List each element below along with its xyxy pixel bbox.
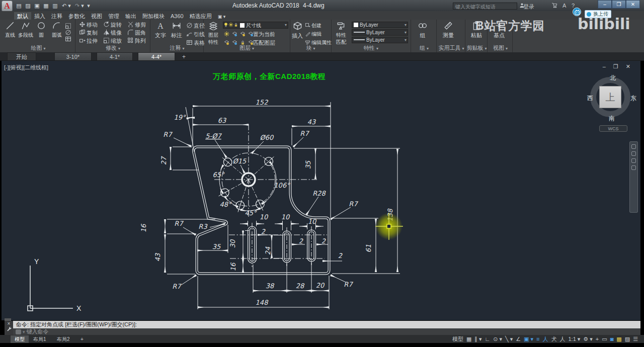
wcs-dropdown[interactable]: WCS [599, 125, 627, 132]
osnap-icon[interactable]: ╲ ▾ [505, 336, 513, 342]
drawing-canvas[interactable]: 152634319°R75-Ø7Ø60R72735Ø1565°106°48°45… [2, 61, 640, 320]
ribbon-button-修剪[interactable]: 修剪 [127, 21, 146, 29]
app-logo-icon[interactable]: A [2, 1, 13, 12]
ribbon-button-阵列[interactable]: 阵列 [127, 37, 146, 45]
panel-label[interactable]: 修改 ▾ [76, 44, 150, 52]
view-cube-east[interactable]: 东 [630, 94, 636, 103]
workspace-gear-icon[interactable]: ⚙ ▾ [583, 336, 592, 342]
panel-label[interactable]: 视图 ▾ [489, 44, 512, 52]
navbar-zoom-icon[interactable] [631, 151, 636, 156]
layer-icons-row1[interactable] [224, 31, 255, 37]
panel-label[interactable]: 实用工具 ▾ [438, 44, 465, 52]
view-cube-south[interactable]: 南 [609, 114, 615, 123]
qat-saveas-icon[interactable]: ▦ [42, 2, 50, 9]
qat-save-icon[interactable]: ▣ [33, 2, 41, 9]
status-icons[interactable]: 模型▦∥ ▾∟⊙ ▾╲ ▾∠▣ ▾≡人犬人1:1 ▾⚙ ▾+▭◙▩▨☰ [449, 335, 638, 343]
ribbon-button-圆弧[interactable]: 圆弧 [47, 21, 66, 39]
menu-icon[interactable]: ☰ [633, 336, 638, 342]
layer-icons-row2[interactable] [224, 39, 255, 45]
status-model[interactable]: 模型 [452, 336, 463, 342]
property-dropdown-2[interactable]: ByLayer▾ [352, 37, 408, 43]
ribbon-button-匹配图层[interactable]: 匹配图层 [253, 39, 275, 47]
navbar-orbit-icon[interactable] [631, 158, 636, 163]
qat-redo-dropdown[interactable]: ▾ [80, 2, 85, 9]
layout-tab-+[interactable]: + [76, 335, 88, 343]
ribbon-button-表格[interactable]: 表格 [186, 39, 205, 47]
ribbon-button-标注[interactable]: 标注 [169, 21, 184, 39]
ribbon-button-移动[interactable]: 移动 [79, 21, 98, 29]
viewport-controls-label[interactable]: [-][俯视][二维线框] [4, 64, 48, 71]
ribbon-button-置为当前[interactable]: 置为当前 [253, 31, 275, 38]
ribbon-button-创建[interactable]: 创建 [305, 22, 321, 29]
annot-icon[interactable]: 犬 [551, 336, 556, 342]
signin-button[interactable]: 登录 [523, 3, 534, 11]
ribbon-button-插入[interactable]: 插入 [290, 21, 304, 40]
layer-dropdown[interactable]: 尺寸线▾ [223, 22, 288, 29]
polar-icon[interactable]: ⊙ ▾ [493, 336, 502, 342]
view-cube[interactable]: 上 北 西 东 南 [587, 74, 633, 120]
isolate-icon[interactable]: ◙ [610, 336, 614, 342]
file-tab-new[interactable]: + [182, 53, 186, 60]
isodraft-icon[interactable]: 人 [542, 336, 548, 342]
perf-icon[interactable]: ▨ [625, 336, 630, 342]
window-close-button[interactable]: ✕ [626, 0, 640, 9]
layout-tab-布局1[interactable]: 布局1 [29, 335, 50, 343]
file-tab-4-1*[interactable]: 4-1* [97, 52, 133, 60]
navbar-pan-icon[interactable] [631, 144, 636, 149]
qat-undo-dropdown[interactable]: ▾ [67, 2, 71, 9]
clean-screen-icon[interactable]: ▭ [602, 336, 607, 342]
layout-tab-布局2[interactable]: 布局2 [53, 335, 74, 343]
qat-new-icon[interactable]: ▤ [15, 2, 23, 9]
scale-display[interactable]: 1:1 ▾ [568, 336, 580, 342]
ortho-icon[interactable]: ∟ [485, 336, 490, 342]
ribbon-button-测量[interactable]: 测量 [441, 21, 456, 39]
snap-icon[interactable]: ∥ ▾ [474, 336, 481, 342]
ribbon-button-直径[interactable]: 直径 [186, 22, 205, 30]
panel-label[interactable]: 绘图 ▾ [2, 44, 75, 52]
ribbon-button-特性匹配[interactable]: 特性匹配 [333, 21, 350, 46]
command-wrench-icon[interactable] [5, 326, 13, 332]
ribbon-button-编辑[interactable]: 编辑 [305, 31, 321, 38]
window-minimize-button[interactable]: – [598, 0, 612, 9]
ribbon-button-旋转[interactable]: 旋转 [103, 21, 122, 29]
window-maximize-button[interactable]: ❐ [612, 0, 626, 9]
navigation-bar[interactable] [629, 141, 638, 213]
alert-icon[interactable]: A [562, 3, 566, 9]
ribbon-button-图层特性[interactable]: 图层特性 [205, 21, 222, 46]
ribbon-button-文字[interactable]: A文字 [153, 21, 168, 39]
command-input[interactable]: ▾ 键入命令 [13, 328, 640, 335]
view-cube-top-face[interactable]: 上 [599, 86, 621, 108]
viewport-window-buttons[interactable]: – ❐ ✕ [603, 63, 633, 70]
ribbon-button-组[interactable]: 组 [415, 21, 430, 39]
command-close-icon[interactable]: × [5, 321, 13, 326]
view-cube-north[interactable]: 北 [610, 74, 616, 82]
search-input[interactable]: 键入关键字或短语 [453, 3, 517, 10]
layout-tab-模型[interactable]: 模型 [11, 335, 29, 343]
qat-plot-icon[interactable]: ▥ [51, 2, 59, 9]
command-customize-icon[interactable] [16, 329, 21, 334]
ribbon-button-镜像[interactable]: 镜像 [103, 29, 122, 37]
view-cube-west[interactable]: 西 [587, 94, 593, 103]
ribbon-button-复制[interactable]: 复制 [79, 29, 98, 37]
file-tab-4-4*[interactable]: 4-4* [138, 52, 175, 60]
file-tab-3-10*[interactable]: 3-10* [54, 52, 92, 60]
annoscale-icon[interactable]: 人 [559, 336, 565, 342]
bilibili-upload-icon[interactable] [573, 8, 581, 16]
customize-plus-icon[interactable]: + [596, 336, 599, 342]
graphics-icon[interactable]: ▩ [616, 336, 621, 342]
panel-label[interactable]: 组 ▾ [412, 44, 436, 52]
qat-undo-icon[interactable]: ↶ [60, 2, 68, 9]
panel-label[interactable]: 剪贴板 ▾ [466, 44, 487, 52]
grid-icon[interactable]: ▦ [466, 336, 471, 342]
file-tab-开始[interactable]: 开始 [7, 52, 36, 60]
qat-open-icon[interactable]: ▨ [24, 2, 32, 9]
qat-redo-icon[interactable]: ↷ [73, 2, 81, 9]
ribbon-button-引线[interactable]: 引线 [186, 31, 205, 38]
qat-more-dropdown[interactable]: ▾ [87, 2, 91, 9]
ribbon-button-拉伸[interactable]: 拉伸 [79, 37, 98, 45]
draw-more-icons[interactable] [65, 23, 72, 42]
ribbon-button-缩放[interactable]: 缩放 [103, 37, 122, 45]
lineweight-icon[interactable]: ≡ [536, 336, 539, 342]
angle-icon[interactable]: ∠ [516, 336, 521, 342]
ribbon-button-圆角[interactable]: 圆角 [127, 29, 146, 37]
